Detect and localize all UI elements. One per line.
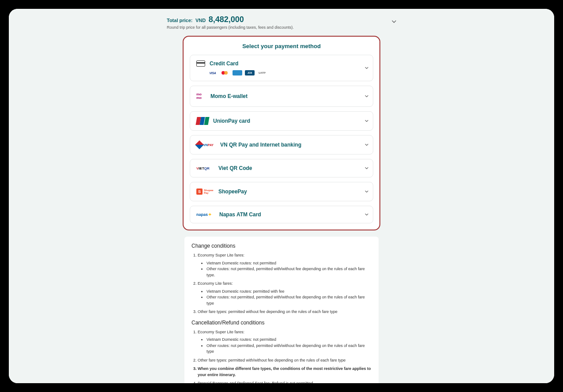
app-window: Total price: VND 8,482,000 Round trip pr… xyxy=(9,9,554,383)
chevron-down-icon xyxy=(365,144,368,146)
list-item-text: Economy Lite fares: xyxy=(198,281,233,286)
chevron-down-icon xyxy=(365,191,368,193)
payment-option-label: Viet QR Code xyxy=(218,165,252,171)
list-item: Other routes: not permitted, permitted w… xyxy=(206,343,372,355)
cancel-conditions-title: Cancellation/Refund conditions xyxy=(191,320,372,326)
chevron-down-icon xyxy=(365,214,368,216)
list-item-text: Economy Super Lite fares: xyxy=(198,330,244,334)
list-item: Prepaid Baggage and Preferred Seat fee: … xyxy=(198,381,372,383)
payment-option-credit-card[interactable]: Credit Card VISA JCB UATP xyxy=(190,55,373,81)
total-price-amount: 8,482,000 xyxy=(209,15,244,24)
credit-card-icon xyxy=(196,60,205,67)
visa-logo-icon: VISA xyxy=(208,70,218,75)
payment-option-label: Momo E-wallet xyxy=(210,93,248,99)
payment-option-unionpay[interactable]: UnionPay card xyxy=(190,111,373,131)
total-price-label: Total price: xyxy=(167,18,192,23)
vietqr-logo-icon: VIETQR xyxy=(196,165,214,172)
payment-option-shopeepay[interactable]: S ShopeePay ShopeePay xyxy=(190,182,373,201)
payment-option-label: ShopeePay xyxy=(218,188,247,195)
chevron-down-icon[interactable] xyxy=(392,20,396,23)
cancel-conditions-list: Economy Super Lite fares: Vietnam Domest… xyxy=(191,329,372,384)
jcb-logo-icon: JCB xyxy=(245,70,255,75)
chevron-down-icon xyxy=(365,95,368,98)
list-item: Other fare types: permitted with/without… xyxy=(198,358,372,364)
momo-logo-icon: momo xyxy=(196,91,206,101)
chevron-down-icon xyxy=(365,167,368,170)
chevron-down-icon xyxy=(365,120,368,122)
payment-panel-title: Select your payment method xyxy=(190,43,373,49)
list-item: Economy Lite fares: Vietnam Domestic rou… xyxy=(198,281,372,306)
unionpay-logo-icon xyxy=(196,117,209,125)
payment-option-momo[interactable]: momo Momo E-wallet xyxy=(190,86,373,107)
shopeepay-logo-icon: S ShopeePay xyxy=(196,188,214,196)
chevron-down-icon xyxy=(365,67,368,69)
amex-logo-icon xyxy=(233,70,242,75)
payment-method-panel: Select your payment method Credit Card V… xyxy=(183,36,380,230)
list-item: When you combine different fare types, t… xyxy=(198,366,372,378)
total-price-currency: VND xyxy=(195,18,206,23)
list-item: Vietnam Domestic routes: permitted with … xyxy=(206,289,372,295)
list-item: Other routes: not permitted, permitted w… xyxy=(206,294,372,306)
list-item: Vietnam Domestic routes: not permitted xyxy=(206,260,372,267)
mastercard-logo-icon xyxy=(220,70,230,75)
total-price-bar[interactable]: Total price: VND 8,482,000 Round trip pr… xyxy=(167,12,396,30)
vnpay-logo-icon: VNPAY xyxy=(196,141,216,149)
list-item: Economy Super Lite fares: Vietnam Domest… xyxy=(198,253,372,278)
payment-option-label: VN QR Pay and Internet banking xyxy=(220,142,301,148)
card-brand-row: VISA JCB UATP xyxy=(208,70,367,75)
list-item: Economy Super Lite fares: Vietnam Domest… xyxy=(198,329,372,355)
list-item: Vietnam Domestic routes: not permitted xyxy=(206,337,372,343)
fare-conditions-card: Change conditions Economy Super Lite far… xyxy=(184,237,379,383)
change-conditions-list: Economy Super Lite fares: Vietnam Domest… xyxy=(191,253,372,315)
list-item: Other fare types: permitted without fee … xyxy=(198,309,372,315)
list-item: Other routes: not permitted, permitted w… xyxy=(206,266,372,278)
change-conditions-title: Change conditions xyxy=(191,243,372,249)
payment-option-label: Napas ATM Card xyxy=(219,211,261,218)
napas-logo-icon: napas✦ xyxy=(196,211,215,218)
page-scroll[interactable]: Total price: VND 8,482,000 Round trip pr… xyxy=(9,9,554,383)
payment-option-napas[interactable]: napas✦ Napas ATM Card xyxy=(190,206,373,223)
uatp-logo-icon: UATP xyxy=(257,70,267,75)
payment-option-vietqr[interactable]: VIETQR Viet QR Code xyxy=(190,159,373,177)
payment-option-label: UnionPay card xyxy=(213,118,250,124)
payment-option-vnpay[interactable]: VNPAY VN QR Pay and Internet banking xyxy=(190,135,373,155)
payment-option-label: Credit Card xyxy=(210,60,238,67)
total-price-subtext: Round trip price for all passengers (inc… xyxy=(167,25,396,30)
list-item-text: Economy Super Lite fares: xyxy=(198,253,244,257)
